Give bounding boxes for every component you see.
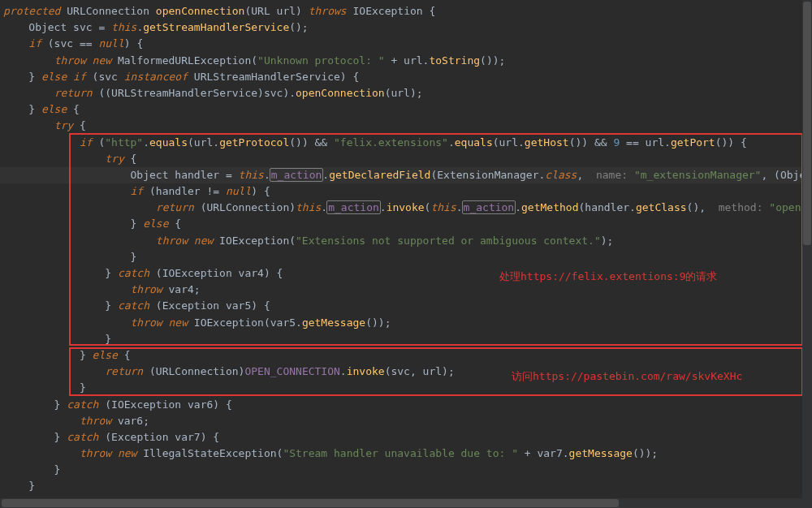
code-line: } catch (IOException var4) {	[0, 265, 812, 282]
code-line: throw new MalformedURLException("Unknown…	[0, 53, 812, 69]
scroll-thumb-vertical[interactable]	[803, 2, 811, 245]
code-line: Object svc = this.getStreamHandlerServic…	[0, 19, 812, 36]
code-line: throw var6;	[0, 413, 812, 429]
code-line: throw new IllegalStateException("Stream …	[0, 446, 812, 462]
code-line: } else {	[0, 216, 812, 232]
usage-highlight: m_action	[326, 200, 381, 214]
code-line: }	[0, 331, 812, 347]
code-line: }	[0, 249, 812, 265]
code-line: } catch (IOException var6) {	[0, 397, 812, 413]
code-line: if (handler != null) {	[0, 183, 812, 200]
code-line: } else if (svc instanceof URLStreamHandl…	[0, 69, 812, 85]
code-line: } catch (Exception var5) {	[0, 298, 812, 314]
code-line: return (URLConnection)this.m_action.invo…	[0, 200, 812, 216]
code-line: throw var4;	[0, 282, 812, 298]
code-line: if ("http".equals(url.getProtocol()) && …	[0, 135, 812, 151]
scroll-thumb-horizontal[interactable]	[2, 499, 619, 507]
code-line: throw new IOException(var5.getMessage())…	[0, 315, 812, 331]
code-line: try {	[0, 118, 812, 134]
code-line: } catch (Exception var7) {	[0, 429, 812, 446]
horizontal-scrollbar[interactable]	[0, 498, 802, 508]
code-line: protected URLConnection openConnection(U…	[0, 3, 812, 19]
code-editor[interactable]: protected URLConnection openConnection(U…	[0, 0, 812, 508]
code-line-current: Object handler = this.m_action.getDeclar…	[0, 167, 812, 183]
code-line: } else {	[0, 347, 812, 364]
usage-highlight: m_action	[462, 200, 516, 214]
code-line: try {	[0, 151, 812, 167]
usage-highlight: m_action	[270, 168, 324, 182]
vertical-scrollbar[interactable]	[802, 0, 812, 508]
code-area[interactable]: protected URLConnection openConnection(U…	[0, 0, 812, 508]
code-line: throw new IOException("Extensions not su…	[0, 233, 812, 249]
code-line: }	[0, 380, 812, 396]
code-line: return ((URLStreamHandlerService)svc).op…	[0, 85, 812, 101]
code-line: }	[0, 462, 812, 478]
code-line: if (svc == null) {	[0, 36, 812, 52]
code-line: } else {	[0, 101, 812, 118]
code-line: }	[0, 478, 812, 494]
code-line: return (URLConnection)OPEN_CONNECTION.in…	[0, 364, 812, 380]
